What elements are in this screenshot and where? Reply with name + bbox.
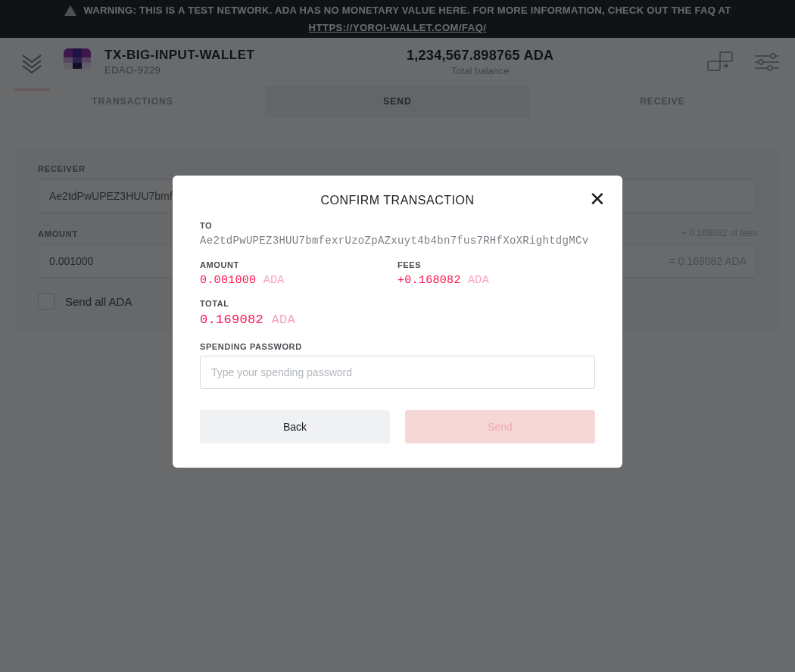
modal-fees-value: +0.168082 ADA	[398, 274, 595, 287]
spending-password-input[interactable]	[200, 356, 595, 389]
modal-total-label: TOTAL	[200, 299, 595, 308]
modal-fees-unit: ADA	[468, 274, 489, 287]
modal-total-unit: ADA	[272, 313, 296, 327]
modal-amount-value: 0.001000 ADA	[200, 274, 398, 287]
to-address: Ae2tdPwUPEZ3HUU7bmfexrUzoZpAZxuyt4b4bn7f…	[200, 235, 595, 247]
amount-block: AMOUNT 0.001000 ADA	[200, 260, 398, 287]
modal-amount-number: 0.001000	[200, 274, 256, 287]
total-block: TOTAL 0.169082 ADA	[200, 299, 595, 327]
modal-amount-label: AMOUNT	[200, 260, 398, 269]
password-label: SPENDING PASSWORD	[200, 342, 595, 351]
send-button[interactable]: Send	[405, 410, 595, 443]
to-label: TO	[200, 221, 595, 230]
close-button[interactable]: ✕	[589, 189, 606, 209]
modal-total-value: 0.169082 ADA	[200, 313, 595, 327]
modal-fees-label: FEES	[398, 260, 595, 269]
close-icon: ✕	[589, 188, 606, 210]
modal-title: CONFIRM TRANSACTION	[200, 194, 595, 207]
modal-overlay: CONFIRM TRANSACTION ✕ TO Ae2tdPwUPEZ3HUU…	[0, 0, 795, 672]
modal-total-number: 0.169082	[200, 313, 263, 327]
fees-block: FEES +0.168082 ADA	[398, 260, 595, 287]
modal-amount-unit: ADA	[263, 274, 285, 287]
confirm-transaction-modal: CONFIRM TRANSACTION ✕ TO Ae2tdPwUPEZ3HUU…	[173, 176, 622, 468]
back-button[interactable]: Back	[200, 410, 390, 443]
modal-fees-number: +0.168082	[398, 274, 461, 287]
modal-actions: Back Send	[200, 410, 595, 443]
